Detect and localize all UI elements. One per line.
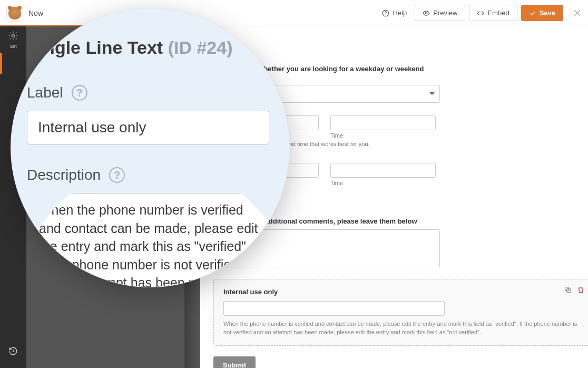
setup-tab[interactable]: Set [0,26,26,53]
duplicate-field-button[interactable] [564,286,572,296]
choice2-time-sublabel: Time [330,180,436,186]
label-option-heading: Label [27,84,63,101]
label-option-row: Label ? [27,84,284,101]
save-label: Save [540,9,555,17]
internal-use-field-block[interactable]: Internal use only When the phone number … [213,279,588,346]
description-option-row: Description ? [27,167,284,183]
gear-icon [8,31,18,42]
check-icon [529,9,536,17]
svg-point-1 [386,14,386,15]
choice1-time-sublabel: Time [330,132,436,139]
code-icon [477,9,484,17]
preview-label: Preview [433,9,457,17]
description-option-heading: Description [27,167,101,183]
history-icon [8,346,18,358]
wpforms-logo [6,5,23,22]
svg-point-3 [12,34,15,37]
svg-point-2 [425,12,427,14]
embed-label: Embed [487,9,509,17]
field-options-zoom-lens: Single Line Text (ID #24) Label ? Descri… [11,8,290,287]
history-button[interactable] [0,340,26,365]
label-option-input[interactable] [27,111,269,144]
help-icon[interactable]: ? [72,85,87,101]
internal-use-input[interactable] [223,301,445,316]
setup-label: Set [9,44,17,49]
question-icon [382,9,389,17]
choice1-time-input[interactable] [330,115,436,130]
help-button[interactable]: Help [378,5,411,21]
preview-button[interactable]: Preview [415,5,465,21]
active-tab-indicator [0,53,2,74]
save-button[interactable]: Save [521,5,563,21]
embed-button[interactable]: Embed [469,5,517,21]
internal-use-description: When the phone number is verified and co… [223,320,583,337]
field-id-tag: (ID #24) [168,37,233,57]
delete-field-button[interactable] [577,286,585,296]
choice2-time-input[interactable] [330,163,436,178]
form-name[interactable]: Now [28,9,43,17]
internal-use-title: Internal use only [223,288,583,296]
close-builder-button[interactable]: ✕ [573,7,582,20]
help-label: Help [393,9,407,17]
eye-icon [423,9,430,17]
help-icon[interactable]: ? [109,167,125,183]
submit-button[interactable]: Submit [213,356,256,368]
